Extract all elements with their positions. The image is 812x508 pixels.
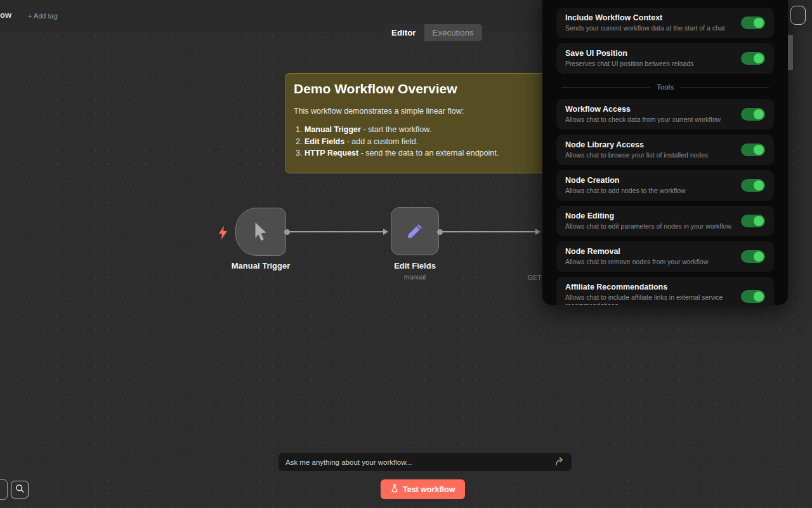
tab-executions[interactable]: Executions <box>424 24 482 41</box>
toggle-node-removal[interactable] <box>741 250 765 263</box>
tools-section-label: Tools <box>657 83 674 91</box>
setting-title: Include Workflow Context <box>565 13 725 22</box>
node-manual-trigger[interactable] <box>235 208 286 256</box>
setting-title: Save UI Position <box>565 49 694 58</box>
node-edit-fields[interactable] <box>391 207 439 255</box>
setting-title: Workflow Access <box>565 105 721 114</box>
setting-text: Affiliate Recommendations Allows chat to… <box>565 283 733 305</box>
node-sublabel-edit-fields: manual <box>383 273 447 281</box>
setting-desc: Allows chat to edit parameters of nodes … <box>565 222 731 231</box>
setting-text: Node Editing Allows chat to edit paramet… <box>565 211 731 231</box>
setting-desc: Allows chat to browse your list of insta… <box>565 151 708 159</box>
setting-row-save-ui-position: Save UI Position Preserves chat UI posit… <box>556 43 774 74</box>
setting-text: Node Creation Allows chat to add nodes t… <box>565 176 686 195</box>
node-label-edit-fields: Edit Fields <box>383 261 447 271</box>
setting-title: Node Removal <box>565 247 708 256</box>
toggle-node-creation[interactable] <box>741 179 765 192</box>
pencil-icon <box>391 208 438 255</box>
send-arrow-icon <box>554 457 565 468</box>
chat-settings-panel: Include Workflow Context Sends your curr… <box>542 0 788 305</box>
setting-text: Workflow Access Allows chat to check dat… <box>565 105 721 124</box>
connection-edit-to-http[interactable] <box>442 231 536 232</box>
setting-desc: Allows chat to remove nodes from your wo… <box>565 258 708 266</box>
app-window: ow + Add tag Editor Executions Demo Work… <box>0 0 812 508</box>
setting-desc: Allows chat to add nodes to the workflow <box>565 187 686 195</box>
setting-desc: Sends your current workflow data at the … <box>565 24 725 32</box>
output-port-edit-fields[interactable] <box>437 229 443 235</box>
flask-icon <box>391 484 398 495</box>
toggle-node-editing[interactable] <box>741 215 765 227</box>
toggle-node-library-access[interactable] <box>741 144 765 156</box>
setting-row-node-library-access: Node Library Access Allows chat to brows… <box>556 135 774 165</box>
setting-text: Include Workflow Context Sends your curr… <box>565 13 725 32</box>
node-label-http-request-partial: GET <box>528 274 542 281</box>
chat-input-bar <box>278 452 572 472</box>
setting-title: Node Creation <box>565 176 686 185</box>
sticky-note[interactable]: Demo Workflow Overview This workflow dem… <box>285 73 552 173</box>
zoom-controls-partial-button[interactable] <box>0 479 8 500</box>
sticky-step: HTTP Request - send the data to an exter… <box>304 149 544 157</box>
setting-text: Node Removal Allows chat to remove nodes… <box>565 247 708 266</box>
setting-row-node-editing: Node Editing Allows chat to edit paramet… <box>556 206 774 236</box>
sticky-note-steps: Manual Trigger - start the workflow. Edi… <box>294 125 544 157</box>
setting-row-node-creation: Node Creation Allows chat to add nodes t… <box>556 170 774 201</box>
setting-title: Affiliate Recommendations <box>565 283 733 291</box>
setting-title: Node Library Access <box>565 140 708 149</box>
workflow-name[interactable]: ow <box>0 10 11 20</box>
editor-executions-tabs: Editor Executions <box>383 24 482 41</box>
scrollbar-thumb[interactable] <box>788 35 793 70</box>
sticky-step: Edit Fields - add a custom field. <box>304 137 544 146</box>
cursor-icon <box>236 208 285 255</box>
setting-desc: Allows chat to check data from your curr… <box>565 116 721 124</box>
setting-title: Node Editing <box>565 211 731 220</box>
tab-editor[interactable]: Editor <box>383 24 424 41</box>
add-tag-button[interactable]: + Add tag <box>28 12 58 20</box>
setting-desc: Preserves chat UI position between reloa… <box>565 60 694 68</box>
tools-section-header: Tools <box>561 83 769 91</box>
setting-text: Save UI Position Preserves chat UI posit… <box>565 49 694 68</box>
sticky-step: Manual Trigger - start the workflow. <box>304 125 544 134</box>
setting-row-include-workflow-context: Include Workflow Context Sends your curr… <box>556 8 774 38</box>
setting-row-node-removal: Node Removal Allows chat to remove nodes… <box>556 241 774 272</box>
zoom-to-fit-button[interactable] <box>11 481 29 498</box>
toggle-workflow-access[interactable] <box>741 108 765 121</box>
sticky-note-intro: This workflow demonstrates a simple line… <box>294 107 544 116</box>
output-port-manual-trigger[interactable] <box>284 229 290 235</box>
test-workflow-button[interactable]: Test workflow <box>381 479 465 499</box>
toggle-affiliate-recommendations[interactable] <box>741 290 765 303</box>
chat-input[interactable] <box>285 458 554 466</box>
setting-row-affiliate-recommendations: Affiliate Recommendations Allows chat to… <box>556 277 774 305</box>
toggle-include-workflow-context[interactable] <box>741 17 765 29</box>
test-workflow-label: Test workflow <box>403 485 455 494</box>
node-label-manual-trigger: Manual Trigger <box>219 261 302 271</box>
lightning-bolt-icon <box>218 226 228 242</box>
sticky-note-title: Demo Workflow Overview <box>294 81 544 97</box>
setting-row-workflow-access: Workflow Access Allows chat to check dat… <box>556 99 774 130</box>
setting-text: Node Library Access Allows chat to brows… <box>565 140 708 159</box>
magnifier-icon <box>15 484 25 495</box>
connection-manual-to-edit[interactable] <box>289 231 384 232</box>
send-button[interactable] <box>554 457 565 468</box>
toggle-save-ui-position[interactable] <box>741 52 765 65</box>
setting-desc: Allows chat to include affiliate links i… <box>565 293 733 305</box>
top-right-partial-button[interactable] <box>790 6 806 25</box>
